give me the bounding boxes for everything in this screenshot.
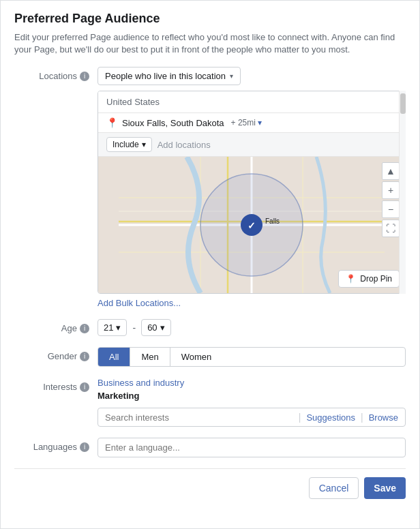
add-locations-placeholder[interactable]: Add locations <box>158 140 211 150</box>
age-min-chevron-icon: ▾ <box>116 322 121 333</box>
map-zoom-out-button[interactable]: − <box>382 200 400 218</box>
range-chevron-icon: ▾ <box>258 118 262 127</box>
age-min-value: 21 <box>104 322 113 333</box>
location-city: Sioux Falls, South Dakota <box>122 118 224 128</box>
age-content: 21 ▾ - 60 ▾ <box>97 319 406 336</box>
modal-footer: Cancel Save <box>14 468 406 499</box>
map-zoom-in-button[interactable]: + <box>382 181 400 199</box>
interest-item: Marketing <box>97 389 406 402</box>
save-button[interactable]: Save <box>364 477 406 499</box>
location-box-container: United States 📍 Sioux Falls, South Dakot… <box>97 91 406 294</box>
gender-buttons: All Men Women <box>97 347 406 367</box>
preferred-page-audience-modal: Preferred Page Audience Edit your prefer… <box>0 0 420 529</box>
map-container: ✓ Falls ▲ + − ⛶ 📍 📍 <box>98 157 405 293</box>
age-max-chevron-icon: ▾ <box>160 322 165 333</box>
map-fullscreen-button[interactable]: ⛶ <box>382 220 400 237</box>
interests-label: Interests i <box>14 378 89 392</box>
age-max-value: 60 <box>147 322 157 333</box>
languages-content <box>97 438 406 457</box>
location-range: + 25mi ▾ <box>231 118 262 127</box>
drop-pin-icon: 📍 <box>346 274 356 284</box>
interests-info-icon[interactable]: i <box>80 382 89 392</box>
age-inputs: 21 ▾ - 60 ▾ <box>97 319 406 336</box>
age-max-dropdown[interactable]: 60 ▾ <box>141 319 170 336</box>
age-info-icon[interactable]: i <box>80 324 89 333</box>
svg-text:Falls: Falls <box>265 217 280 225</box>
locations-dropdown-button[interactable]: People who live in this location ▾ <box>97 67 241 85</box>
locations-label: Locations i <box>14 67 89 81</box>
gender-women-button[interactable]: Women <box>170 348 223 366</box>
modal-title: Preferred Page Audience <box>14 12 406 26</box>
gender-row: Gender i All Men Women <box>14 347 406 367</box>
search-interests-input[interactable] <box>105 412 293 423</box>
location-box: United States 📍 Sioux Falls, South Dakot… <box>97 91 406 294</box>
include-chevron-icon: ▾ <box>142 140 146 149</box>
add-bulk-locations-link[interactable]: Add Bulk Locations... <box>97 298 181 308</box>
gender-men-button[interactable]: Men <box>130 348 170 366</box>
gender-label: Gender i <box>14 347 89 361</box>
browse-link[interactable]: Browse <box>369 412 398 423</box>
gender-all-button[interactable]: All <box>98 348 130 366</box>
scrollbar[interactable] <box>399 91 406 294</box>
include-row: Include ▾ Add locations <box>98 133 405 157</box>
languages-label: Languages i <box>14 438 89 452</box>
map-zoom-up-button[interactable]: ▲ <box>382 162 400 180</box>
range-dropdown[interactable]: ▾ <box>258 118 262 127</box>
cancel-button[interactable]: Cancel <box>309 477 359 499</box>
map-controls: ▲ + − ⛶ <box>382 162 400 237</box>
languages-row: Languages i <box>14 438 406 457</box>
scrollbar-thumb <box>400 93 406 114</box>
interests-row: Interests i Business and industry Market… <box>14 378 406 427</box>
svg-text:✓: ✓ <box>247 220 256 231</box>
location-country: United States <box>98 91 405 113</box>
interests-content: Business and industry Marketing | Sugges… <box>97 378 406 427</box>
gender-info-icon[interactable]: i <box>80 352 89 361</box>
suggestions-link[interactable]: Suggestions <box>306 412 355 423</box>
dropdown-chevron-icon: ▾ <box>230 72 233 80</box>
location-pin-icon: 📍 <box>106 117 118 128</box>
drop-pin-button[interactable]: 📍 📍 Drop Pin <box>338 270 400 288</box>
languages-info-icon[interactable]: i <box>80 442 89 452</box>
age-label: Age i <box>14 319 89 333</box>
location-item: 📍 Sioux Falls, South Dakota + 25mi ▾ <box>98 113 405 133</box>
include-dropdown-button[interactable]: Include ▾ <box>106 137 152 152</box>
gender-content: All Men Women <box>97 347 406 367</box>
locations-info-icon[interactable]: i <box>80 72 89 81</box>
search-interests-box: | Suggestions | Browse <box>97 408 406 427</box>
language-input[interactable] <box>97 438 406 457</box>
age-dash: - <box>132 322 136 333</box>
locations-content: People who live in this location ▾ Unite… <box>97 67 406 308</box>
age-min-dropdown[interactable]: 21 ▾ <box>97 319 127 336</box>
modal-description: Edit your preferred Page audience to ref… <box>14 31 406 56</box>
locations-row: Locations i People who live in this loca… <box>14 67 406 308</box>
age-row: Age i 21 ▾ - 60 ▾ <box>14 319 406 336</box>
interest-category-link[interactable]: Business and industry <box>97 378 406 388</box>
